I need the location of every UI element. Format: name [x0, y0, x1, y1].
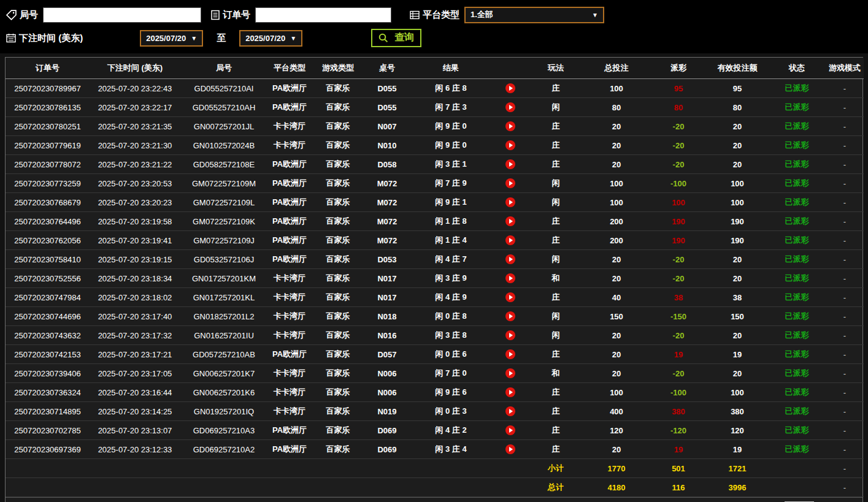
table-row: 2507202307446962025-07-20 23:17:40GN0182… — [6, 307, 864, 326]
cell-payout: 380 — [650, 402, 707, 421]
cell-game_no: GM0722572109L — [180, 193, 267, 212]
cell-result: 闲 3 庄 9 — [410, 269, 492, 288]
cell-total_bet: 400 — [583, 402, 650, 421]
cell-result: 闲 7 庄 9 — [410, 174, 492, 193]
cell-result: 闲 7 庄 0 — [410, 364, 492, 383]
cell-payout: -100 — [650, 383, 707, 402]
play-icon[interactable] — [505, 102, 515, 112]
platform-select[interactable]: 1.全部 ▼ — [464, 7, 604, 23]
cell-platform: PA欧洲厅 — [267, 98, 312, 117]
play-icon-cell — [492, 117, 529, 136]
subtotal-mode: - — [826, 459, 864, 478]
play-icon[interactable] — [505, 387, 515, 397]
play-icon[interactable] — [505, 273, 515, 283]
cell-result: 闲 7 庄 3 — [410, 98, 492, 117]
cell-payout: 19 — [650, 440, 707, 459]
game-no-input[interactable] — [43, 7, 201, 23]
play-icon[interactable] — [505, 292, 515, 302]
date-to-select[interactable]: 2025/07/20 ▼ — [239, 30, 302, 47]
cell-game_type: 百家乐 — [312, 231, 364, 250]
play-icon[interactable] — [505, 425, 515, 435]
cell-result: 闲 4 庄 7 — [410, 250, 492, 269]
cell-valid_bet: 190 — [707, 212, 768, 231]
cell-platform: PA欧洲厅 — [267, 79, 312, 98]
play-icon[interactable] — [505, 83, 515, 93]
search-button[interactable]: 查询 — [371, 29, 421, 47]
column-header: 平台类型 — [267, 58, 312, 79]
play-icon[interactable] — [505, 216, 515, 226]
cell-mode: - — [826, 79, 864, 98]
play-icon[interactable] — [505, 368, 515, 378]
cell-play_style: 闲 — [529, 174, 583, 193]
calendar-icon — [6, 33, 16, 43]
cell-platform: PA欧洲厅 — [267, 155, 312, 174]
cell-status: 已派彩 — [768, 345, 826, 364]
cell-status: 已派彩 — [768, 98, 826, 117]
cell-order_no: 250720230780251 — [6, 117, 90, 136]
cell-game_type: 百家乐 — [312, 117, 364, 136]
table-row: 2507202307620562025-07-20 23:19:41GM0722… — [6, 231, 864, 250]
order-no-input[interactable] — [255, 7, 391, 23]
cell-table_no: M072 — [364, 212, 410, 231]
cell-total_bet: 20 — [583, 117, 650, 136]
play-icon[interactable] — [505, 235, 515, 245]
cell-payout: -20 — [650, 155, 707, 174]
cell-bet_time: 2025-07-20 23:19:15 — [90, 250, 180, 269]
cell-payout: -20 — [650, 326, 707, 345]
play-icon[interactable] — [505, 406, 515, 416]
cell-play_style: 庄 — [529, 155, 583, 174]
play-icon[interactable] — [505, 197, 515, 207]
play-icon[interactable] — [505, 159, 515, 169]
play-icon-cell — [492, 440, 529, 459]
cell-game_type: 百家乐 — [312, 383, 364, 402]
cell-payout: 190 — [650, 231, 707, 250]
cell-platform: PA欧洲厅 — [267, 174, 312, 193]
cell-platform: 卡卡湾厅 — [267, 136, 312, 155]
play-icon[interactable] — [505, 349, 515, 359]
cell-table_no: M072 — [364, 193, 410, 212]
cell-table_no: N019 — [364, 402, 410, 421]
play-icon[interactable] — [505, 330, 515, 340]
table-row: 2507202307802512025-07-20 23:21:35GN0072… — [6, 117, 864, 136]
column-header: 状态 — [768, 58, 826, 79]
play-icon[interactable] — [505, 311, 515, 321]
cell-bet_time: 2025-07-20 23:19:41 — [90, 231, 180, 250]
cell-mode: - — [826, 383, 864, 402]
play-icon[interactable] — [505, 444, 515, 454]
play-icon[interactable] — [505, 178, 515, 188]
play-icon[interactable] — [505, 254, 515, 264]
play-icon-cell — [492, 79, 529, 98]
cell-table_no: D069 — [364, 440, 410, 459]
cell-game_type: 百家乐 — [312, 174, 364, 193]
cell-play_style: 庄 — [529, 383, 583, 402]
cell-order_no: 250720230786135 — [6, 98, 90, 117]
cell-order_no: 250720230752556 — [6, 269, 90, 288]
play-icon-cell — [492, 136, 529, 155]
cell-total_bet: 20 — [583, 345, 650, 364]
play-icon[interactable] — [505, 140, 515, 150]
date-to-value: 2025/07/20 — [245, 34, 285, 43]
chevron-down-icon: ▼ — [290, 35, 296, 42]
cell-status: 已派彩 — [768, 383, 826, 402]
total-label: 总计 — [529, 478, 583, 497]
date-from-select[interactable]: 2025/07/20 ▼ — [140, 30, 203, 47]
cell-order_no: 250720230778072 — [6, 155, 90, 174]
total-row: 总计 4180 116 3996 - — [6, 478, 864, 497]
column-header: 有效投注额 — [707, 58, 768, 79]
table-row: 2507202307780722025-07-20 23:21:22GD0582… — [6, 155, 864, 174]
cell-mode: - — [826, 288, 864, 307]
cell-game_no: GM0722572109M — [180, 174, 267, 193]
cell-result: 闲 3 庄 8 — [410, 326, 492, 345]
cell-bet_time: 2025-07-20 23:17:21 — [90, 345, 180, 364]
cell-mode: - — [826, 440, 864, 459]
play-icon[interactable] — [505, 121, 515, 131]
cell-play_style: 闲 — [529, 193, 583, 212]
cell-platform: PA欧洲厅 — [267, 440, 312, 459]
cell-platform: PA欧洲厅 — [267, 231, 312, 250]
cell-total_bet: 20 — [583, 250, 650, 269]
chevron-down-icon: ▼ — [592, 12, 598, 18]
play-icon-cell — [492, 307, 529, 326]
table-row: 2507202307027852025-07-20 23:13:07GD0692… — [6, 421, 864, 440]
cell-valid_bet: 80 — [707, 98, 768, 117]
play-icon-cell — [492, 288, 529, 307]
